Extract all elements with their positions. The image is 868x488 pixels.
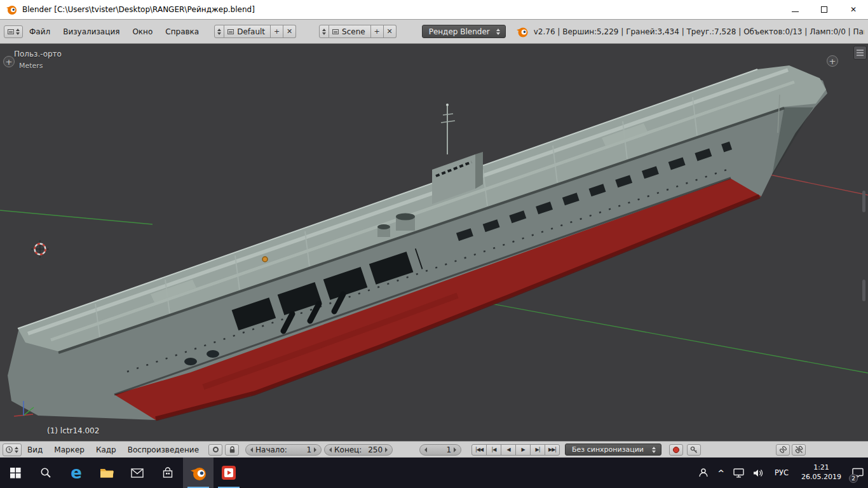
timeline-header: Вид Маркер Кадр Воспроизведение Начало: … bbox=[0, 441, 868, 458]
red-app-button[interactable] bbox=[214, 458, 244, 488]
sync-mode-select[interactable]: Без синхронизации bbox=[565, 444, 661, 456]
preview-range-toggle[interactable] bbox=[208, 444, 222, 456]
maximize-button[interactable] bbox=[810, 0, 839, 19]
frame-end-value: 250 bbox=[368, 445, 383, 454]
render-engine-select[interactable]: Рендер Blender bbox=[422, 25, 506, 38]
close-icon: ✕ bbox=[850, 5, 857, 14]
network-button[interactable] bbox=[729, 458, 749, 488]
unit-label: Meters bbox=[19, 62, 43, 70]
frame-end-field[interactable]: Конец: 250 bbox=[324, 444, 393, 456]
current-frame-field[interactable]: 1 bbox=[419, 444, 461, 456]
close-icon: ✕ bbox=[287, 27, 292, 36]
info-editor-header: Файл Визуализация Окно Справка Default +… bbox=[0, 20, 868, 44]
record-button[interactable] bbox=[669, 444, 683, 456]
info-editor-icon bbox=[8, 29, 14, 34]
increment-icon[interactable] bbox=[385, 447, 388, 452]
plus-icon: + bbox=[6, 57, 13, 67]
previous-keyframe-button[interactable]: |◀ bbox=[486, 444, 501, 456]
layout-browse-button[interactable] bbox=[214, 25, 224, 38]
taskbar: e bbox=[0, 458, 868, 488]
file-explorer-button[interactable] bbox=[92, 458, 122, 488]
link-icon-button[interactable] bbox=[776, 444, 790, 456]
keying-link-buttons bbox=[776, 444, 806, 456]
outliner-collapsed-icon[interactable] bbox=[853, 46, 867, 60]
unlink-icon bbox=[795, 445, 803, 454]
chevron-updown-icon bbox=[217, 29, 221, 35]
blender-window-icon bbox=[6, 4, 17, 15]
store-icon bbox=[162, 467, 173, 478]
chevron-updown-icon bbox=[322, 29, 326, 35]
store-button[interactable] bbox=[153, 458, 183, 488]
frame-start-field[interactable]: Начало: 1 bbox=[245, 444, 322, 456]
scene-browse-button[interactable] bbox=[319, 25, 329, 38]
lock-toggle[interactable] bbox=[225, 444, 239, 456]
preview-range-icon bbox=[213, 447, 219, 452]
object-origin-point[interactable] bbox=[262, 257, 268, 262]
menu-render[interactable]: Визуализация bbox=[57, 27, 126, 36]
scene-selector: Scene + ✕ bbox=[319, 25, 397, 38]
minimize-button[interactable] bbox=[780, 0, 810, 19]
keying-set-button[interactable] bbox=[687, 444, 701, 456]
increment-icon[interactable] bbox=[314, 447, 316, 452]
unlink-icon-button[interactable] bbox=[792, 444, 806, 456]
increment-icon[interactable] bbox=[454, 447, 456, 452]
title-bar: Blender [C:\Users\tvister\Desktop\RANGER… bbox=[0, 0, 868, 20]
decrement-icon[interactable] bbox=[250, 447, 253, 452]
mail-button[interactable] bbox=[122, 458, 153, 488]
timeline-menu-marker[interactable]: Маркер bbox=[48, 445, 90, 454]
system-tray: ^ РУС 1:21 26.05.2019 2 bbox=[694, 458, 868, 488]
scene-delete-button[interactable]: ✕ bbox=[384, 25, 397, 38]
start-button[interactable] bbox=[0, 458, 31, 488]
region-grip[interactable] bbox=[862, 191, 865, 212]
hidden-icons-button[interactable]: ^ bbox=[713, 458, 729, 488]
decrement-icon[interactable] bbox=[424, 447, 427, 452]
volume-button[interactable] bbox=[749, 458, 768, 488]
active-object-label: (1) lctr14.002 bbox=[47, 426, 99, 435]
layout-name-field[interactable]: Default bbox=[224, 25, 271, 38]
minimize-icon bbox=[792, 11, 799, 12]
notification-badge: 2 bbox=[849, 474, 858, 483]
properties-expand-button[interactable]: + bbox=[827, 55, 838, 67]
record-icon bbox=[673, 447, 679, 453]
language-indicator[interactable]: РУС bbox=[768, 458, 795, 488]
close-button[interactable]: ✕ bbox=[839, 0, 868, 19]
edge-button[interactable]: e bbox=[61, 458, 92, 488]
play-reverse-button[interactable]: ◀ bbox=[501, 444, 516, 456]
mail-icon bbox=[131, 468, 144, 478]
search-button[interactable] bbox=[31, 458, 61, 488]
ship-model[interactable] bbox=[8, 65, 827, 420]
chevron-updown-icon bbox=[16, 29, 20, 35]
timeline-menu-playback[interactable]: Воспроизведение bbox=[122, 445, 205, 454]
menu-window[interactable]: Окно bbox=[126, 27, 159, 36]
timeline-menu-frame[interactable]: Кадр bbox=[90, 445, 122, 454]
render-engine-value: Рендер Blender bbox=[429, 27, 490, 36]
layout-delete-button[interactable]: ✕ bbox=[283, 25, 296, 38]
timeline-menu-view[interactable]: Вид bbox=[22, 445, 48, 454]
scene-icon bbox=[332, 29, 339, 34]
layout-add-button[interactable]: + bbox=[271, 25, 283, 38]
menu-file[interactable]: Файл bbox=[23, 27, 57, 36]
people-button[interactable] bbox=[694, 458, 713, 488]
clock[interactable]: 1:21 26.05.2019 bbox=[795, 458, 848, 488]
scene-name-field[interactable]: Scene bbox=[329, 25, 371, 38]
toolshelf-expand-button[interactable]: + bbox=[3, 56, 15, 67]
maximize-icon bbox=[821, 6, 827, 13]
menu-help[interactable]: Справка bbox=[159, 27, 205, 36]
play-button[interactable]: ▶ bbox=[515, 444, 531, 456]
cursor-3d bbox=[31, 240, 49, 258]
decrement-icon[interactable] bbox=[329, 447, 332, 452]
jump-to-start-button[interactable]: |◀◀ bbox=[471, 444, 487, 456]
jump-to-end-button[interactable]: ▶▶| bbox=[545, 444, 560, 456]
scene-add-button[interactable]: + bbox=[371, 25, 384, 38]
timeline-editor-type-button[interactable] bbox=[3, 444, 22, 456]
view-name-label: Польз.-орто bbox=[14, 50, 62, 58]
window-title: Blender [C:\Users\tvister\Desktop\RANGER… bbox=[22, 5, 255, 14]
blender-taskbar-button[interactable] bbox=[183, 458, 214, 488]
lock-icon bbox=[229, 446, 236, 454]
region-grip[interactable] bbox=[862, 280, 865, 301]
viewport-3d[interactable]: Польз.-орто Meters (1) lctr14.002 + + bbox=[0, 44, 868, 441]
next-keyframe-button[interactable]: ▶| bbox=[530, 444, 545, 456]
person-icon bbox=[698, 468, 709, 478]
notification-button[interactable]: 2 bbox=[848, 458, 868, 488]
editor-type-button[interactable] bbox=[4, 25, 23, 38]
